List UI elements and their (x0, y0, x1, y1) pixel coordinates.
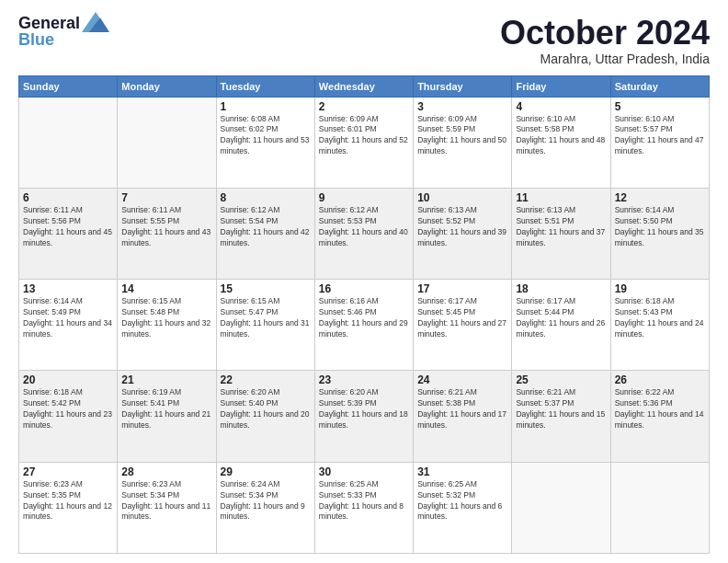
col-thursday: Thursday (414, 75, 512, 97)
col-sunday: Sunday (19, 75, 118, 97)
day-cell: 17Sunrise: 6:17 AM Sunset: 5:45 PM Dayli… (414, 280, 512, 371)
day-info: Sunrise: 6:10 AM Sunset: 5:57 PM Dayligh… (615, 114, 705, 158)
day-cell: 9Sunrise: 6:12 AM Sunset: 5:53 PM Daylig… (314, 188, 413, 279)
day-cell: 27Sunrise: 6:23 AM Sunset: 5:35 PM Dayli… (19, 462, 118, 553)
title-block: October 2024 Marahra, Uttar Pradesh, Ind… (500, 15, 710, 66)
day-cell: 12Sunrise: 6:14 AM Sunset: 5:50 PM Dayli… (610, 188, 709, 279)
day-number: 22 (221, 373, 311, 386)
day-number: 19 (615, 282, 705, 295)
day-info: Sunrise: 6:20 AM Sunset: 5:40 PM Dayligh… (221, 387, 311, 431)
day-cell: 4Sunrise: 6:10 AM Sunset: 5:58 PM Daylig… (512, 97, 610, 188)
day-info: Sunrise: 6:18 AM Sunset: 5:43 PM Dayligh… (615, 296, 705, 340)
day-number: 31 (417, 465, 507, 478)
col-wednesday: Wednesday (314, 75, 413, 97)
day-info: Sunrise: 6:12 AM Sunset: 5:54 PM Dayligh… (221, 205, 311, 249)
day-number: 16 (319, 282, 409, 295)
day-info: Sunrise: 6:13 AM Sunset: 5:51 PM Dayligh… (516, 205, 606, 249)
day-info: Sunrise: 6:25 AM Sunset: 5:33 PM Dayligh… (319, 479, 409, 523)
day-number: 9 (319, 191, 409, 204)
day-number: 29 (221, 465, 311, 478)
day-info: Sunrise: 6:23 AM Sunset: 5:35 PM Dayligh… (23, 479, 113, 523)
day-number: 18 (516, 282, 606, 295)
day-number: 11 (516, 191, 606, 204)
day-cell: 14Sunrise: 6:15 AM Sunset: 5:48 PM Dayli… (118, 280, 216, 371)
week-row-3: 13Sunrise: 6:14 AM Sunset: 5:49 PM Dayli… (19, 280, 710, 371)
day-info: Sunrise: 6:12 AM Sunset: 5:53 PM Dayligh… (319, 205, 409, 249)
day-cell: 26Sunrise: 6:22 AM Sunset: 5:36 PM Dayli… (610, 371, 709, 462)
day-cell: 1Sunrise: 6:08 AM Sunset: 6:02 PM Daylig… (216, 97, 314, 188)
day-number: 13 (23, 282, 113, 295)
day-number: 28 (121, 465, 211, 478)
week-row-2: 6Sunrise: 6:11 AM Sunset: 5:56 PM Daylig… (19, 188, 710, 279)
day-cell: 3Sunrise: 6:09 AM Sunset: 5:59 PM Daylig… (414, 97, 512, 188)
day-info: Sunrise: 6:08 AM Sunset: 6:02 PM Dayligh… (221, 114, 311, 158)
col-friday: Friday (512, 75, 610, 97)
day-cell: 13Sunrise: 6:14 AM Sunset: 5:49 PM Dayli… (19, 280, 118, 371)
day-cell (19, 97, 118, 188)
day-number: 12 (615, 191, 705, 204)
day-cell: 28Sunrise: 6:23 AM Sunset: 5:34 PM Dayli… (118, 462, 216, 553)
day-cell: 24Sunrise: 6:21 AM Sunset: 5:38 PM Dayli… (414, 371, 512, 462)
day-cell: 11Sunrise: 6:13 AM Sunset: 5:51 PM Dayli… (512, 188, 610, 279)
day-info: Sunrise: 6:16 AM Sunset: 5:46 PM Dayligh… (319, 296, 409, 340)
day-info: Sunrise: 6:23 AM Sunset: 5:34 PM Dayligh… (121, 479, 211, 523)
col-monday: Monday (118, 75, 216, 97)
page: General Blue October 2024 Marahra, Uttar… (0, 0, 728, 563)
day-info: Sunrise: 6:09 AM Sunset: 6:01 PM Dayligh… (319, 114, 409, 158)
header-row: Sunday Monday Tuesday Wednesday Thursday… (19, 75, 710, 97)
day-cell: 21Sunrise: 6:19 AM Sunset: 5:41 PM Dayli… (118, 371, 216, 462)
day-cell: 23Sunrise: 6:20 AM Sunset: 5:39 PM Dayli… (314, 371, 413, 462)
day-number: 4 (516, 100, 606, 113)
day-info: Sunrise: 6:21 AM Sunset: 5:38 PM Dayligh… (417, 387, 507, 431)
day-info: Sunrise: 6:24 AM Sunset: 5:34 PM Dayligh… (221, 479, 311, 523)
day-number: 1 (221, 100, 311, 113)
day-cell: 29Sunrise: 6:24 AM Sunset: 5:34 PM Dayli… (216, 462, 314, 553)
day-info: Sunrise: 6:14 AM Sunset: 5:50 PM Dayligh… (615, 205, 705, 249)
day-cell (512, 462, 610, 553)
day-cell: 31Sunrise: 6:25 AM Sunset: 5:32 PM Dayli… (414, 462, 512, 553)
day-number: 5 (615, 100, 705, 113)
day-info: Sunrise: 6:17 AM Sunset: 5:44 PM Dayligh… (516, 296, 606, 340)
week-row-5: 27Sunrise: 6:23 AM Sunset: 5:35 PM Dayli… (19, 462, 710, 553)
day-number: 21 (121, 373, 211, 386)
week-row-4: 20Sunrise: 6:18 AM Sunset: 5:42 PM Dayli… (19, 371, 710, 462)
day-info: Sunrise: 6:13 AM Sunset: 5:52 PM Dayligh… (417, 205, 507, 249)
day-cell: 16Sunrise: 6:16 AM Sunset: 5:46 PM Dayli… (314, 280, 413, 371)
day-cell (610, 462, 709, 553)
day-info: Sunrise: 6:19 AM Sunset: 5:41 PM Dayligh… (121, 387, 211, 431)
day-info: Sunrise: 6:15 AM Sunset: 5:47 PM Dayligh… (221, 296, 311, 340)
day-cell: 2Sunrise: 6:09 AM Sunset: 6:01 PM Daylig… (314, 97, 413, 188)
day-cell: 7Sunrise: 6:11 AM Sunset: 5:55 PM Daylig… (118, 188, 216, 279)
day-number: 3 (417, 100, 507, 113)
day-cell: 25Sunrise: 6:21 AM Sunset: 5:37 PM Dayli… (512, 371, 610, 462)
header: General Blue October 2024 Marahra, Uttar… (18, 15, 710, 66)
day-info: Sunrise: 6:14 AM Sunset: 5:49 PM Dayligh… (23, 296, 113, 340)
day-info: Sunrise: 6:09 AM Sunset: 5:59 PM Dayligh… (417, 114, 507, 158)
day-info: Sunrise: 6:18 AM Sunset: 5:42 PM Dayligh… (23, 387, 113, 431)
day-number: 15 (221, 282, 311, 295)
day-info: Sunrise: 6:11 AM Sunset: 5:56 PM Dayligh… (23, 205, 113, 249)
week-row-1: 1Sunrise: 6:08 AM Sunset: 6:02 PM Daylig… (19, 97, 710, 188)
day-number: 24 (417, 373, 507, 386)
day-info: Sunrise: 6:22 AM Sunset: 5:36 PM Dayligh… (615, 387, 705, 431)
day-number: 6 (23, 191, 113, 204)
day-number: 30 (319, 465, 409, 478)
calendar-table: Sunday Monday Tuesday Wednesday Thursday… (18, 75, 710, 554)
day-number: 10 (417, 191, 507, 204)
day-cell: 19Sunrise: 6:18 AM Sunset: 5:43 PM Dayli… (610, 280, 709, 371)
day-cell: 10Sunrise: 6:13 AM Sunset: 5:52 PM Dayli… (414, 188, 512, 279)
day-cell (118, 97, 216, 188)
day-number: 14 (121, 282, 211, 295)
logo-text-blue: Blue (18, 31, 54, 50)
day-info: Sunrise: 6:20 AM Sunset: 5:39 PM Dayligh… (319, 387, 409, 431)
col-tuesday: Tuesday (216, 75, 314, 97)
day-number: 26 (615, 373, 705, 386)
day-number: 23 (319, 373, 409, 386)
day-info: Sunrise: 6:25 AM Sunset: 5:32 PM Dayligh… (417, 479, 507, 523)
day-cell: 22Sunrise: 6:20 AM Sunset: 5:40 PM Dayli… (216, 371, 314, 462)
day-info: Sunrise: 6:10 AM Sunset: 5:58 PM Dayligh… (516, 114, 606, 158)
col-saturday: Saturday (610, 75, 709, 97)
day-number: 8 (221, 191, 311, 204)
month-title: October 2024 (500, 15, 710, 52)
logo-icon (82, 12, 109, 32)
